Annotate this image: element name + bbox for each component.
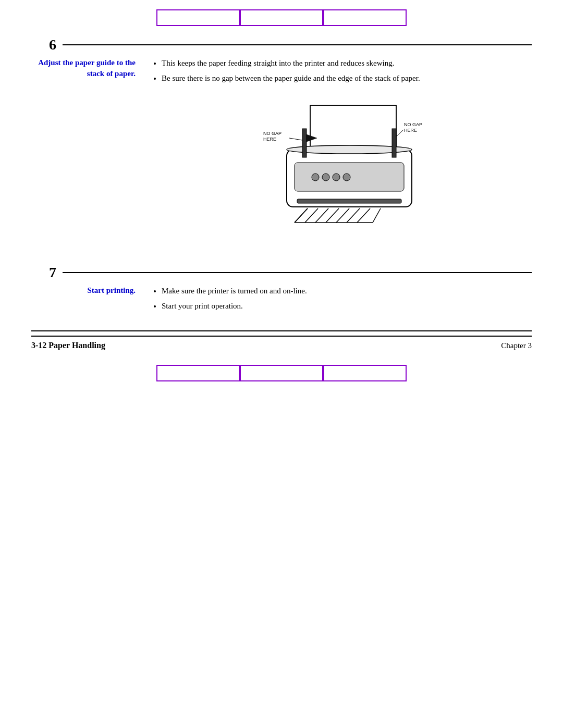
no-gap-right-label: NO GAP [404,122,422,127]
svg-line-24 [336,208,349,223]
step-7-section: 7 Start printing. Make sure the printer … [31,259,532,315]
svg-line-33 [396,130,403,137]
svg-rect-19 [392,129,396,157]
nav-tab-2[interactable] [240,9,323,26]
step-6-bullets: This keeps the paper feeding straight in… [151,57,532,84]
nav-tab-3[interactable] [323,9,407,26]
nav-tabs-top [0,0,563,31]
paper-guide-right [392,129,396,157]
step-7-number: 7 [31,264,63,281]
step-6-bullet-2: Be sure there is no gap between the pape… [162,72,532,84]
step-7-right: Make sure the printer is turned on and o… [146,285,532,315]
step-7-bullets: Make sure the printer is turned on and o… [151,285,532,312]
svg-text:HERE: HERE [263,137,276,142]
nav-tab-1[interactable] [156,9,240,26]
svg-line-26 [357,208,370,223]
step-7-bullet-2: Start your print operation. [162,300,532,312]
step-6-bullet-1: This keeps the paper feeding straight in… [162,57,532,69]
step-6-content: Adjust the paper guide to the stack of p… [31,57,532,87]
footer-divider [31,330,532,331]
footer-right: Chapter 3 [501,341,532,350]
svg-line-23 [326,208,339,223]
step-6-number: 6 [31,36,63,53]
svg-point-15 [343,174,350,181]
step-7-line [63,272,532,273]
svg-rect-17 [302,129,307,157]
step-6-section: 6 Adjust the paper guide to the stack of… [31,31,532,249]
svg-point-14 [333,174,340,181]
svg-rect-16 [297,199,401,203]
svg-line-29 [373,208,381,223]
svg-line-31 [289,138,302,140]
nav-tab-bottom-3[interactable] [323,365,407,381]
step-6-right: This keeps the paper feeding straight in… [146,57,532,87]
step-6-label: Adjust the paper guide to the stack of p… [31,57,146,87]
footer-left: 3-12 Paper Handling [31,341,105,350]
svg-text:HERE: HERE [404,128,417,133]
nav-tab-bottom-1[interactable] [156,365,240,381]
page-container: 6 Adjust the paper guide to the stack of… [0,0,563,728]
step-7-bullet-1: Make sure the printer is turned on and o… [162,285,532,297]
step-6-header: 6 [31,36,532,53]
printer-illustration: NO GAP HERE NO GAP HERE [146,97,532,249]
svg-line-28 [295,208,308,223]
printer-svg: NO GAP HERE NO GAP HERE [235,97,443,249]
step-6-line [63,44,532,45]
footer-bar: 3-12 Paper Handling Chapter 3 [31,336,532,354]
svg-line-21 [305,208,318,223]
nav-tab-bottom-2[interactable] [240,365,323,381]
step-7-header: 7 [31,264,532,281]
nav-tabs-bottom [0,365,563,381]
svg-point-12 [312,174,319,181]
output-tray [295,208,381,223]
no-gap-left-label: NO GAP [263,131,282,136]
step-7-content: Start printing. Make sure the printer is… [31,285,532,315]
step-7-label: Start printing. [31,285,146,315]
svg-line-22 [315,208,328,223]
svg-line-25 [347,208,360,223]
svg-point-13 [322,174,329,181]
